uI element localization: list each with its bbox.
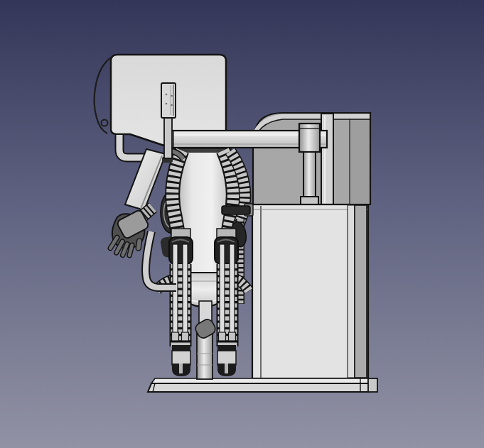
cabinet-lower-light-strip xyxy=(348,205,355,378)
viewport-canvas[interactable] xyxy=(0,0,484,448)
left-foot[interactable] xyxy=(172,345,190,376)
leg-rod xyxy=(183,244,188,339)
left-foot-slot xyxy=(179,364,183,373)
post-cap-dot xyxy=(166,103,168,105)
post-cap-dot xyxy=(171,95,173,97)
cabinet-lower-gray-strip xyxy=(355,205,367,378)
right-armrest-bar xyxy=(222,206,250,214)
leg-rod-cap xyxy=(229,332,236,341)
base-plate[interactable] xyxy=(148,378,377,392)
post-stem xyxy=(164,118,172,158)
leg-rod-cap xyxy=(219,332,226,341)
piston-body xyxy=(299,124,320,152)
leg-rod-cap xyxy=(172,332,179,341)
leg-rod-cap xyxy=(182,332,189,341)
cabinet-column[interactable] xyxy=(321,114,333,204)
leg-rod xyxy=(230,244,235,339)
right-foot-slot xyxy=(225,364,228,373)
base-plate-lip xyxy=(151,378,368,383)
cabinet-lower[interactable] xyxy=(252,204,368,378)
viewport[interactable] xyxy=(0,0,484,448)
left-foot-band xyxy=(172,351,190,365)
right-foot-band xyxy=(217,351,236,365)
base-plate-slab xyxy=(148,383,370,392)
post-cap-dot xyxy=(171,104,173,106)
leg-rod xyxy=(220,244,225,339)
right-foot[interactable] xyxy=(217,345,236,376)
post-cap-dot xyxy=(166,94,168,96)
cabinet-upper-side-shade xyxy=(350,114,369,203)
piston-rod xyxy=(303,152,316,197)
thumb xyxy=(136,239,142,251)
base-plate-end-block xyxy=(368,378,377,392)
piston-collar xyxy=(301,197,318,204)
